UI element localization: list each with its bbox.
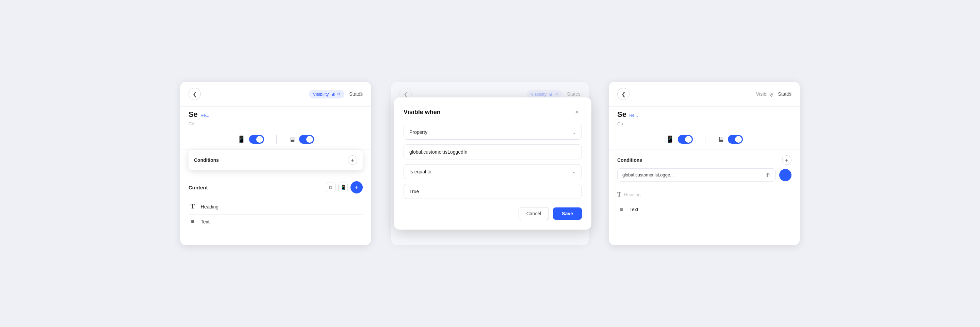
modal-cancel-button[interactable]: Cancel [519,207,549,220]
modal-actions: Cancel Save [404,207,582,220]
visibility-label: Visibility [313,92,329,97]
modal-value-true-field [404,184,582,199]
left-content-icons: 🖥 📱 + [326,181,363,193]
modal-title: Visible when [404,108,441,116]
left-content-item-text: ≡ Text [189,215,363,229]
left-desktop-toggle[interactable] [299,135,314,144]
right-mobile-toggle[interactable] [678,135,693,144]
middle-visibility-label: Visibility [531,92,547,97]
right-desktop-toggle[interactable] [728,135,743,144]
right-heading-icon: T [617,191,621,198]
left-panel: ❮ Visibility 🖥 ⧉ States ⧉ Se Re... Co 📱 … [180,82,371,245]
right-text-label: Text [630,207,638,212]
right-sub-link[interactable]: Re... [629,112,638,121]
right-stack-icon: ⧉ [788,91,791,97]
middle-page-icon: ⧉ [555,92,558,96]
left-content-section: Content 🖥 📱 + T Heading ≡ Text [180,176,371,234]
left-mobile-toggle[interactable] [249,135,264,144]
left-content-header: Content 🖥 📱 + [189,181,363,193]
left-content-title: Content [189,185,208,190]
right-condition-text: global.customer.isLogge... [622,172,763,177]
left-back-button[interactable]: ❮ [189,88,201,100]
right-back-button[interactable]: ❮ [617,88,630,100]
text-icon: ≡ [189,219,197,225]
modal-operator-select[interactable]: Is equal to ⌄ [404,164,582,179]
left-title-area: Se Re... Co [180,107,371,128]
right-title-area: Se Re... Co [609,107,800,128]
right-section-label: Co [617,121,791,126]
left-visibility-pill[interactable]: Visibility 🖥 ⧉ [309,90,345,99]
modal-header: Visible when × [404,107,582,117]
left-add-content-button[interactable]: + [350,181,363,193]
operator-chevron-icon: ⌄ [572,169,576,174]
left-mobile-toggle-item: 📱 [237,135,264,144]
right-condition-blue-dot [779,169,791,181]
modal-save-button[interactable]: Save [553,207,582,220]
visible-when-modal: Visible when × Property ⌄ Is equal to ⌄ [391,97,589,230]
page-icon: ⧉ [337,92,340,96]
right-panel: ❮ Visibility States ⧉ Se Re... Co 📱 🖥 Co… [609,82,800,245]
left-monitor-icon: 🖥 [289,136,296,144]
right-header-right: Visibility States [756,91,791,97]
left-conditions-row: Conditions + [194,155,357,165]
modal-value-input[interactable] [404,184,582,199]
left-heading-label: Heading [201,204,218,209]
right-content-item-text: ≡ Text [617,203,791,217]
operator-label: Is equal to [409,169,431,174]
left-desktop-view-btn[interactable]: 🖥 [326,183,336,192]
left-conditions-dropdown: Conditions + [189,150,363,170]
right-text-icon: ≡ [617,206,625,212]
right-monitor-icon: 🖥 [718,136,724,144]
property-chevron-icon: ⌄ [572,130,576,135]
left-add-condition-button[interactable]: + [348,155,357,165]
right-toggle-separator [705,134,705,144]
left-mobile-view-btn[interactable]: 📱 [338,183,348,192]
right-page-title: Se [617,110,627,118]
modal-property-select[interactable]: Property ⌄ [404,124,582,140]
left-stack-icon: ⧉ [359,91,363,97]
right-mobile-toggle-item: 📱 [666,135,693,144]
middle-monitor-small-icon: 🖥 [549,92,553,97]
right-phone-icon: 📱 [666,135,675,144]
right-delete-condition-button[interactable]: 🗑 [765,172,771,178]
right-toggle-row: 📱 🖥 [609,128,800,150]
toggle-separator [276,134,277,144]
right-condition-item-container: global.customer.isLogge... 🗑 [609,168,800,186]
left-phone-icon: 📱 [237,135,246,144]
middle-header-right: Visibility 🖥 ⧉ States [527,90,581,99]
right-desktop-toggle-item: 🖥 [718,135,743,144]
left-page-title: Se [189,110,198,118]
left-panel-header: ❮ Visibility 🖥 ⧉ States ⧉ [180,82,371,107]
right-condition-item: global.customer.isLogge... 🗑 [617,168,776,182]
right-heading-partial: T Heading [617,191,791,203]
modal-close-button[interactable]: × [572,107,582,117]
heading-icon: T [189,203,197,210]
right-add-condition-button[interactable]: + [782,155,791,165]
middle-panel-wrapper: ❮ Visibility 🖥 ⧉ States Visible when × P… [391,82,589,245]
left-text-label: Text [201,219,210,225]
left-section-label: Co [189,121,363,126]
modal-operator-field: Is equal to ⌄ [404,164,582,179]
monitor-small-icon: 🖥 [331,92,335,97]
modal-container: Visible when × Property ⌄ Is equal to ⌄ [394,97,592,230]
right-heading-label: Heading [624,192,640,197]
left-desktop-toggle-item: 🖥 [289,135,314,144]
middle-states-label: States [567,91,581,97]
left-content-item-heading: T Heading [189,199,363,215]
property-label: Property [409,129,427,135]
left-header-right: Visibility 🖥 ⧉ States [309,90,363,99]
left-sub-link[interactable]: Re... [200,112,209,121]
right-content-section: T Heading ≡ Text [609,186,800,222]
left-toggle-row: 📱 🖥 [180,128,371,150]
right-visibility-label: Visibility [756,91,773,97]
middle-visibility-pill: Visibility 🖥 ⧉ [527,90,563,99]
right-panel-header: ❮ Visibility States ⧉ [609,82,800,107]
right-conditions-section-header: Conditions + [609,150,800,168]
right-conditions-label: Conditions [617,157,642,163]
left-conditions-label: Conditions [194,157,219,163]
modal-property-value-input[interactable] [404,144,582,160]
modal-property-field: Property ⌄ [404,124,582,140]
modal-value-field [404,144,582,160]
